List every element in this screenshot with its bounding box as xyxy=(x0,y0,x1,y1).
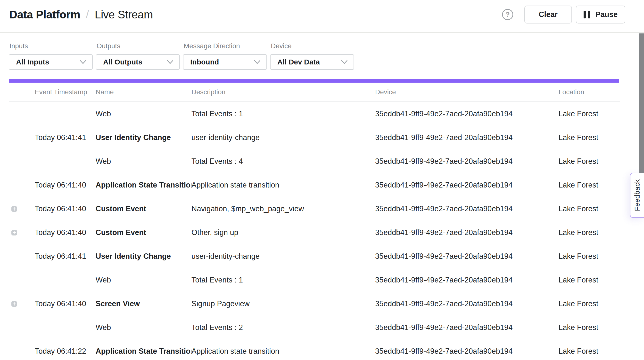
event-device-cell: 35eddb41-9ff9-49e2-7aed-20afa90eb194 xyxy=(375,252,558,261)
table-row[interactable]: Web Total Events : 2 35eddb41-9ff9-49e2-… xyxy=(9,316,620,340)
event-name-cell: Web xyxy=(96,276,192,284)
event-name-cell: Web xyxy=(96,323,192,332)
table-row[interactable]: Today 06:41:40 Custom Event Navigation, … xyxy=(9,197,620,221)
table-row[interactable]: Web Total Events : 1 35eddb41-9ff9-49e2-… xyxy=(9,268,620,292)
event-description-cell: Application state transition xyxy=(192,181,375,189)
event-name-cell: Web xyxy=(96,157,192,166)
event-name-cell: Web xyxy=(96,110,192,118)
breadcrumb-data-platform[interactable]: Data Platform xyxy=(9,8,80,21)
filter-label: Device xyxy=(271,42,354,50)
filter-group: Inputs All Inputs xyxy=(9,42,93,70)
clear-button[interactable]: Clear xyxy=(524,5,572,23)
event-device-cell: 35eddb41-9ff9-49e2-7aed-20afa90eb194 xyxy=(375,204,558,213)
event-name-cell: Application State Transition xyxy=(96,181,192,189)
event-name-cell: Application State Transition xyxy=(96,347,192,356)
header-actions: ? Clear Pause xyxy=(502,5,625,23)
table-row[interactable]: Today 06:41:41 User Identity Change user… xyxy=(9,126,620,150)
event-device-cell: 35eddb41-9ff9-49e2-7aed-20afa90eb194 xyxy=(375,347,558,356)
event-device-cell: 35eddb41-9ff9-49e2-7aed-20afa90eb194 xyxy=(375,299,558,308)
table-row[interactable]: Today 06:41:40 Screen View Signup Pagevi… xyxy=(9,292,620,316)
filter-group: Outputs All Outputs xyxy=(96,42,180,70)
table-header-row: Event Timestamp Name Description Device … xyxy=(9,83,620,102)
chevron-down-icon xyxy=(80,60,86,64)
event-device-cell: 35eddb41-9ff9-49e2-7aed-20afa90eb194 xyxy=(375,276,558,284)
filter-dropdown-value: Inbound xyxy=(190,58,219,66)
column-header-device: Device xyxy=(375,88,558,96)
filter-dropdown-value: All Dev Data xyxy=(277,58,320,66)
filter-dropdown[interactable]: All Dev Data xyxy=(270,54,354,70)
accent-divider-bar xyxy=(9,79,619,83)
pause-button[interactable]: Pause xyxy=(576,5,625,23)
column-header-event-timestamp: Event Timestamp xyxy=(35,88,96,96)
event-location-cell: Lake Forest xyxy=(558,276,620,284)
event-location-cell: Lake Forest xyxy=(558,347,620,356)
event-location-cell: Lake Forest xyxy=(558,204,620,213)
filter-dropdown[interactable]: Inbound xyxy=(183,54,267,70)
filter-dropdown-value: All Inputs xyxy=(16,58,49,66)
pause-icon xyxy=(584,11,590,18)
chevron-down-icon xyxy=(254,60,260,64)
expand-row-icon[interactable] xyxy=(12,206,17,212)
event-description-cell: Other, sign up xyxy=(192,228,375,237)
filter-label: Inputs xyxy=(10,42,93,50)
event-description-cell: Total Events : 4 xyxy=(192,157,375,166)
vertical-scrollbar-thumb[interactable] xyxy=(639,33,644,174)
table-row[interactable]: Today 06:41:40 Application State Transit… xyxy=(9,173,620,197)
breadcrumb-separator: / xyxy=(80,8,95,20)
filter-group: Message Direction Inbound xyxy=(183,42,267,70)
filter-dropdown[interactable]: All Outputs xyxy=(96,54,180,70)
column-header-location: Location xyxy=(558,88,620,96)
column-header-description: Description xyxy=(192,88,375,96)
expand-row-icon[interactable] xyxy=(12,230,17,235)
feedback-tab-label: Feedback xyxy=(633,179,641,211)
event-name-cell: Screen View xyxy=(96,299,192,308)
page-title: Live Stream xyxy=(95,8,153,21)
event-location-cell: Lake Forest xyxy=(558,228,620,237)
event-timestamp-cell: Today 06:41:40 xyxy=(35,299,96,308)
event-name-cell: Custom Event xyxy=(96,228,192,237)
event-device-cell: 35eddb41-9ff9-49e2-7aed-20afa90eb194 xyxy=(375,110,558,118)
event-location-cell: Lake Forest xyxy=(558,133,620,142)
event-description-cell: user-identity-change xyxy=(192,252,375,261)
event-device-cell: 35eddb41-9ff9-49e2-7aed-20afa90eb194 xyxy=(375,133,558,142)
event-device-cell: 35eddb41-9ff9-49e2-7aed-20afa90eb194 xyxy=(375,323,558,332)
event-name-cell: Custom Event xyxy=(96,204,192,213)
event-timestamp-cell: Today 06:41:40 xyxy=(35,181,96,189)
event-timestamp-cell: Today 06:41:41 xyxy=(35,252,96,261)
breadcrumb: Data Platform / Live Stream xyxy=(9,8,153,21)
table-row[interactable]: Web Total Events : 1 35eddb41-9ff9-49e2-… xyxy=(9,102,620,126)
filter-bar: Inputs All Inputs Outputs All Outputs Me… xyxy=(0,33,644,70)
expand-row-icon[interactable] xyxy=(12,301,17,307)
chevron-down-icon xyxy=(167,60,174,64)
event-description-cell: Signup Pageview xyxy=(192,299,375,308)
event-description-cell: Total Events : 1 xyxy=(192,276,375,284)
event-name-cell: User Identity Change xyxy=(96,252,192,261)
table-row[interactable]: Today 06:41:22 Application State Transit… xyxy=(9,340,620,360)
filter-dropdown[interactable]: All Inputs xyxy=(9,54,93,70)
event-location-cell: Lake Forest xyxy=(558,299,620,308)
event-location-cell: Lake Forest xyxy=(558,181,620,189)
table-row[interactable]: Today 06:41:41 User Identity Change user… xyxy=(9,244,620,268)
event-name-cell: User Identity Change xyxy=(96,133,192,142)
event-location-cell: Lake Forest xyxy=(558,323,620,332)
event-location-cell: Lake Forest xyxy=(558,110,620,118)
event-timestamp-cell: Today 06:41:40 xyxy=(35,204,96,213)
event-description-cell: Application state transition xyxy=(192,347,375,356)
table-row[interactable]: Today 06:41:40 Custom Event Other, sign … xyxy=(9,221,620,244)
feedback-tab[interactable]: Feedback xyxy=(630,173,644,218)
chevron-down-icon xyxy=(341,60,348,64)
event-timestamp-cell: Today 06:41:22 xyxy=(35,347,96,356)
live-stream-table: Event Timestamp Name Description Device … xyxy=(9,83,620,360)
table-body: Web Total Events : 1 35eddb41-9ff9-49e2-… xyxy=(9,102,620,360)
filter-dropdown-value: All Outputs xyxy=(103,58,142,66)
event-timestamp-cell: Today 06:41:41 xyxy=(35,133,96,142)
help-icon[interactable]: ? xyxy=(502,9,513,20)
event-location-cell: Lake Forest xyxy=(558,157,620,166)
filter-label: Outputs xyxy=(96,42,180,50)
table-row[interactable]: Web Total Events : 4 35eddb41-9ff9-49e2-… xyxy=(9,150,620,173)
event-description-cell: user-identity-change xyxy=(192,133,375,142)
event-description-cell: Total Events : 2 xyxy=(192,323,375,332)
event-description-cell: Total Events : 1 xyxy=(192,110,375,118)
filter-group: Device All Dev Data xyxy=(270,42,354,70)
event-description-cell: Navigation, $mp_web_page_view xyxy=(192,204,375,213)
